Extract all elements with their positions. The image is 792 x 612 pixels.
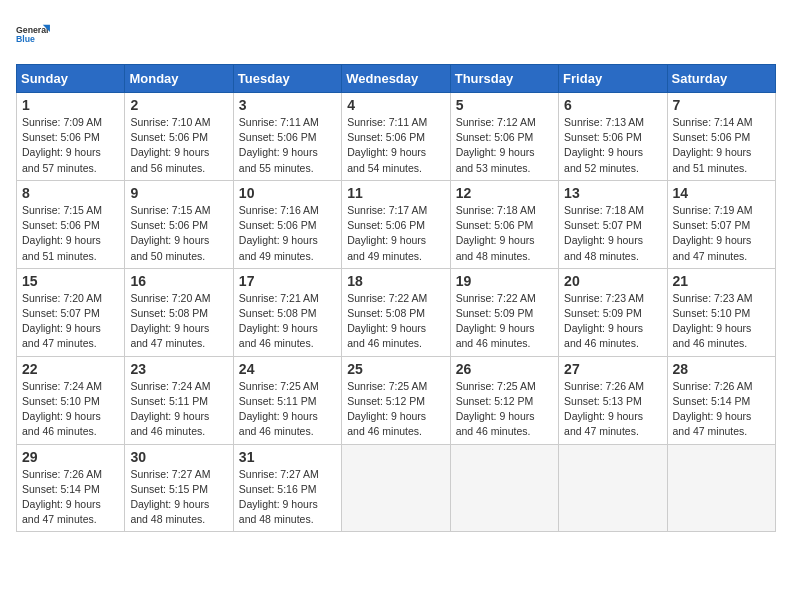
day-number: 30 (130, 449, 227, 465)
day-info: Sunrise: 7:24 AMSunset: 5:11 PMDaylight:… (130, 380, 210, 438)
day-number: 4 (347, 97, 444, 113)
day-info: Sunrise: 7:15 AMSunset: 5:06 PMDaylight:… (22, 204, 102, 262)
day-number: 25 (347, 361, 444, 377)
day-info: Sunrise: 7:25 AMSunset: 5:12 PMDaylight:… (456, 380, 536, 438)
calendar-cell: 5 Sunrise: 7:12 AMSunset: 5:06 PMDayligh… (450, 93, 558, 181)
calendar-cell: 25 Sunrise: 7:25 AMSunset: 5:12 PMDaylig… (342, 356, 450, 444)
day-number: 21 (673, 273, 770, 289)
calendar-cell: 28 Sunrise: 7:26 AMSunset: 5:14 PMDaylig… (667, 356, 775, 444)
header-friday: Friday (559, 65, 667, 93)
calendar-cell: 11 Sunrise: 7:17 AMSunset: 5:06 PMDaylig… (342, 180, 450, 268)
day-info: Sunrise: 7:25 AMSunset: 5:12 PMDaylight:… (347, 380, 427, 438)
day-number: 11 (347, 185, 444, 201)
day-info: Sunrise: 7:15 AMSunset: 5:06 PMDaylight:… (130, 204, 210, 262)
calendar-cell: 2 Sunrise: 7:10 AMSunset: 5:06 PMDayligh… (125, 93, 233, 181)
header-monday: Monday (125, 65, 233, 93)
day-number: 19 (456, 273, 553, 289)
day-info: Sunrise: 7:20 AMSunset: 5:08 PMDaylight:… (130, 292, 210, 350)
day-info: Sunrise: 7:21 AMSunset: 5:08 PMDaylight:… (239, 292, 319, 350)
day-info: Sunrise: 7:27 AMSunset: 5:16 PMDaylight:… (239, 468, 319, 526)
calendar-cell: 29 Sunrise: 7:26 AMSunset: 5:14 PMDaylig… (17, 444, 125, 532)
calendar-cell: 12 Sunrise: 7:18 AMSunset: 5:06 PMDaylig… (450, 180, 558, 268)
day-number: 20 (564, 273, 661, 289)
calendar-cell: 14 Sunrise: 7:19 AMSunset: 5:07 PMDaylig… (667, 180, 775, 268)
day-number: 16 (130, 273, 227, 289)
calendar-cell: 6 Sunrise: 7:13 AMSunset: 5:06 PMDayligh… (559, 93, 667, 181)
day-info: Sunrise: 7:23 AMSunset: 5:10 PMDaylight:… (673, 292, 753, 350)
calendar-cell: 15 Sunrise: 7:20 AMSunset: 5:07 PMDaylig… (17, 268, 125, 356)
svg-text:General: General (16, 25, 49, 35)
day-number: 5 (456, 97, 553, 113)
day-info: Sunrise: 7:19 AMSunset: 5:07 PMDaylight:… (673, 204, 753, 262)
day-info: Sunrise: 7:09 AMSunset: 5:06 PMDaylight:… (22, 116, 102, 174)
day-number: 26 (456, 361, 553, 377)
calendar-cell: 17 Sunrise: 7:21 AMSunset: 5:08 PMDaylig… (233, 268, 341, 356)
day-info: Sunrise: 7:25 AMSunset: 5:11 PMDaylight:… (239, 380, 319, 438)
day-number: 9 (130, 185, 227, 201)
day-info: Sunrise: 7:23 AMSunset: 5:09 PMDaylight:… (564, 292, 644, 350)
day-number: 18 (347, 273, 444, 289)
calendar-cell: 31 Sunrise: 7:27 AMSunset: 5:16 PMDaylig… (233, 444, 341, 532)
calendar-cell (667, 444, 775, 532)
day-number: 15 (22, 273, 119, 289)
calendar-cell: 7 Sunrise: 7:14 AMSunset: 5:06 PMDayligh… (667, 93, 775, 181)
header-thursday: Thursday (450, 65, 558, 93)
day-info: Sunrise: 7:12 AMSunset: 5:06 PMDaylight:… (456, 116, 536, 174)
day-info: Sunrise: 7:27 AMSunset: 5:15 PMDaylight:… (130, 468, 210, 526)
header-wednesday: Wednesday (342, 65, 450, 93)
calendar-cell: 24 Sunrise: 7:25 AMSunset: 5:11 PMDaylig… (233, 356, 341, 444)
calendar-cell: 26 Sunrise: 7:25 AMSunset: 5:12 PMDaylig… (450, 356, 558, 444)
day-number: 12 (456, 185, 553, 201)
day-number: 7 (673, 97, 770, 113)
header-saturday: Saturday (667, 65, 775, 93)
day-info: Sunrise: 7:22 AMSunset: 5:08 PMDaylight:… (347, 292, 427, 350)
day-number: 2 (130, 97, 227, 113)
day-number: 28 (673, 361, 770, 377)
calendar-week-4: 22 Sunrise: 7:24 AMSunset: 5:10 PMDaylig… (17, 356, 776, 444)
day-number: 1 (22, 97, 119, 113)
calendar-cell: 8 Sunrise: 7:15 AMSunset: 5:06 PMDayligh… (17, 180, 125, 268)
logo: GeneralBlue (16, 16, 52, 52)
day-info: Sunrise: 7:11 AMSunset: 5:06 PMDaylight:… (239, 116, 319, 174)
calendar-cell: 21 Sunrise: 7:23 AMSunset: 5:10 PMDaylig… (667, 268, 775, 356)
calendar-week-1: 1 Sunrise: 7:09 AMSunset: 5:06 PMDayligh… (17, 93, 776, 181)
day-info: Sunrise: 7:16 AMSunset: 5:06 PMDaylight:… (239, 204, 319, 262)
header-tuesday: Tuesday (233, 65, 341, 93)
day-info: Sunrise: 7:26 AMSunset: 5:14 PMDaylight:… (22, 468, 102, 526)
day-info: Sunrise: 7:18 AMSunset: 5:07 PMDaylight:… (564, 204, 644, 262)
day-info: Sunrise: 7:14 AMSunset: 5:06 PMDaylight:… (673, 116, 753, 174)
day-number: 24 (239, 361, 336, 377)
calendar-cell: 16 Sunrise: 7:20 AMSunset: 5:08 PMDaylig… (125, 268, 233, 356)
calendar-cell (559, 444, 667, 532)
day-number: 31 (239, 449, 336, 465)
svg-text:Blue: Blue (16, 34, 35, 44)
calendar-cell (450, 444, 558, 532)
calendar-cell: 3 Sunrise: 7:11 AMSunset: 5:06 PMDayligh… (233, 93, 341, 181)
calendar-cell: 13 Sunrise: 7:18 AMSunset: 5:07 PMDaylig… (559, 180, 667, 268)
day-info: Sunrise: 7:26 AMSunset: 5:13 PMDaylight:… (564, 380, 644, 438)
day-info: Sunrise: 7:20 AMSunset: 5:07 PMDaylight:… (22, 292, 102, 350)
calendar-cell: 23 Sunrise: 7:24 AMSunset: 5:11 PMDaylig… (125, 356, 233, 444)
calendar-cell: 30 Sunrise: 7:27 AMSunset: 5:15 PMDaylig… (125, 444, 233, 532)
calendar-cell: 10 Sunrise: 7:16 AMSunset: 5:06 PMDaylig… (233, 180, 341, 268)
day-number: 27 (564, 361, 661, 377)
calendar-cell: 20 Sunrise: 7:23 AMSunset: 5:09 PMDaylig… (559, 268, 667, 356)
day-info: Sunrise: 7:10 AMSunset: 5:06 PMDaylight:… (130, 116, 210, 174)
calendar-cell: 27 Sunrise: 7:26 AMSunset: 5:13 PMDaylig… (559, 356, 667, 444)
day-number: 22 (22, 361, 119, 377)
calendar-cell: 1 Sunrise: 7:09 AMSunset: 5:06 PMDayligh… (17, 93, 125, 181)
calendar-week-5: 29 Sunrise: 7:26 AMSunset: 5:14 PMDaylig… (17, 444, 776, 532)
day-info: Sunrise: 7:18 AMSunset: 5:06 PMDaylight:… (456, 204, 536, 262)
day-number: 6 (564, 97, 661, 113)
calendar-cell: 19 Sunrise: 7:22 AMSunset: 5:09 PMDaylig… (450, 268, 558, 356)
calendar-cell: 18 Sunrise: 7:22 AMSunset: 5:08 PMDaylig… (342, 268, 450, 356)
header-sunday: Sunday (17, 65, 125, 93)
day-number: 23 (130, 361, 227, 377)
day-number: 8 (22, 185, 119, 201)
logo-icon: GeneralBlue (16, 16, 52, 52)
calendar-week-3: 15 Sunrise: 7:20 AMSunset: 5:07 PMDaylig… (17, 268, 776, 356)
calendar-table: SundayMondayTuesdayWednesdayThursdayFrid… (16, 64, 776, 532)
calendar-week-2: 8 Sunrise: 7:15 AMSunset: 5:06 PMDayligh… (17, 180, 776, 268)
calendar-cell: 4 Sunrise: 7:11 AMSunset: 5:06 PMDayligh… (342, 93, 450, 181)
day-info: Sunrise: 7:26 AMSunset: 5:14 PMDaylight:… (673, 380, 753, 438)
